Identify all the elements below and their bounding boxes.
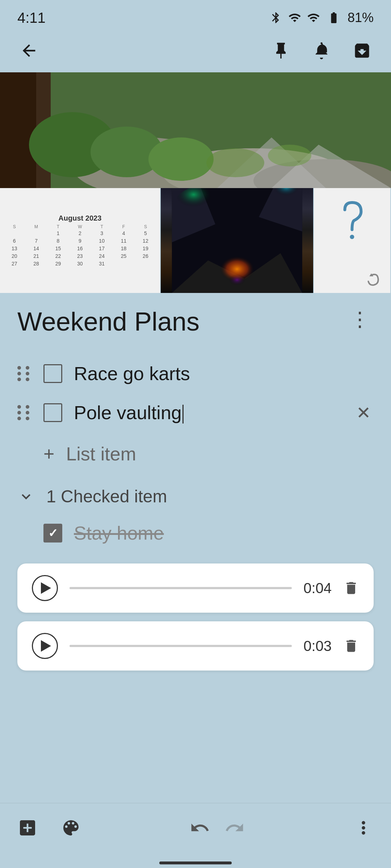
audio-duration-1: 0:04	[303, 580, 332, 596]
cave-svg	[161, 188, 314, 293]
palette-button[interactable]	[61, 818, 81, 839]
svg-point-11	[206, 148, 264, 177]
delete-item-button[interactable]: ✕	[353, 403, 374, 423]
battery-percent: 81%	[348, 10, 374, 25]
bottom-toolbar	[0, 803, 391, 868]
checked-section: 1 Checked item Stay home	[17, 479, 374, 553]
sketch-thumbnail[interactable]	[314, 188, 391, 293]
status-time: 4:11	[17, 10, 46, 26]
status-icons: 81%	[269, 10, 374, 25]
more-options-button[interactable]: ⋮	[346, 307, 374, 331]
calendar-grid: S M T W T F S 1 2 3 4 5 6 7 8 9 10 11 12…	[4, 224, 156, 267]
svg-point-7	[91, 127, 163, 177]
checkbox-checked-1[interactable]	[43, 524, 62, 542]
play-icon-1	[41, 582, 51, 594]
wifi-icon	[288, 11, 301, 24]
cal-day-s1: S	[4, 224, 25, 229]
item-text-1[interactable]: Race go karts	[74, 363, 374, 384]
back-button[interactable]	[17, 39, 41, 62]
cal-day-w: W	[69, 224, 91, 229]
audio-duration-2: 0:03	[303, 638, 332, 654]
play-button-1[interactable]	[32, 575, 58, 601]
redo-button[interactable]	[224, 818, 245, 839]
main-photo	[0, 72, 391, 188]
cal-day-f: F	[113, 224, 134, 229]
signal-icon	[307, 11, 320, 24]
chevron-down-icon	[17, 488, 35, 505]
drag-handle-2[interactable]	[17, 405, 32, 420]
audio-player-2: 0:03	[17, 621, 374, 671]
svg-point-12	[268, 145, 311, 166]
svg-point-6	[29, 112, 116, 177]
audio-players: 0:04 0:03	[0, 553, 391, 681]
note-title: Weekend Plans	[17, 307, 199, 336]
delete-audio-2[interactable]	[343, 638, 359, 654]
svg-rect-2	[36, 72, 51, 188]
svg-point-22	[350, 235, 354, 239]
svg-point-8	[148, 137, 214, 181]
calendar-thumbnail[interactable]: August 2023 S M T W T F S 1 2 3 4 5 6 7 …	[0, 188, 161, 293]
undo-button[interactable]	[190, 818, 210, 839]
svg-marker-9	[217, 137, 326, 188]
home-indicator	[159, 861, 232, 864]
checkbox-2[interactable]	[43, 403, 62, 422]
cal-day-s2: S	[135, 224, 156, 229]
add-content-button[interactable]	[17, 818, 38, 839]
list-item: Race go karts	[17, 354, 374, 393]
cal-day-t2: T	[91, 224, 112, 229]
battery-icon	[326, 11, 342, 24]
sketch-svg	[314, 188, 390, 293]
checklist: Race go karts Pole vaulting ✕ + List ite…	[17, 354, 374, 553]
checkbox-1[interactable]	[43, 364, 62, 383]
bottom-nav-center	[190, 818, 245, 839]
checked-items-list: Stay home	[17, 514, 374, 553]
item-text-checked-1[interactable]: Stay home	[74, 522, 374, 544]
add-plus-icon: +	[43, 443, 54, 465]
archive-button[interactable]	[350, 39, 374, 62]
bluetooth-icon	[269, 11, 282, 24]
drag-handle[interactable]	[17, 366, 32, 381]
audio-player-1: 0:04	[17, 563, 374, 613]
text-cursor	[182, 405, 184, 424]
note-title-row: Weekend Plans ⋮	[17, 307, 374, 336]
svg-point-4	[163, 148, 344, 188]
cal-day-m: M	[25, 224, 47, 229]
delete-audio-1[interactable]	[343, 580, 359, 596]
svg-point-20	[215, 257, 258, 286]
svg-marker-10	[272, 145, 391, 188]
add-item-row[interactable]: + List item	[17, 432, 374, 476]
audio-progress-2[interactable]	[70, 645, 292, 647]
audio-progress-1[interactable]	[70, 587, 292, 589]
add-item-label[interactable]: List item	[66, 443, 136, 465]
play-button-2[interactable]	[32, 633, 58, 659]
cal-day-t1: T	[47, 224, 69, 229]
bottom-toolbar-left	[17, 818, 81, 839]
status-bar: 4:11 81%	[0, 0, 391, 29]
play-icon-2	[41, 640, 51, 652]
checked-count-label: 1 Checked item	[46, 486, 167, 506]
checked-header[interactable]: 1 Checked item	[17, 479, 374, 514]
svg-rect-0	[0, 72, 391, 188]
thumbnail-row: August 2023 S M T W T F S 1 2 3 4 5 6 7 …	[0, 188, 391, 293]
list-item: Pole vaulting ✕	[17, 393, 374, 432]
note-content: Weekend Plans ⋮ Race go karts	[0, 293, 391, 553]
item-text-2[interactable]: Pole vaulting	[74, 402, 342, 424]
cave-thumbnail[interactable]	[161, 188, 314, 293]
more-options-bottom-button[interactable]	[353, 818, 374, 839]
pin-button[interactable]	[269, 39, 293, 62]
svg-point-3	[72, 137, 217, 188]
reminder-button[interactable]	[310, 39, 333, 62]
svg-point-5	[253, 159, 391, 188]
calendar-header: August 2023	[58, 214, 101, 222]
toolbar	[0, 29, 391, 72]
list-item: Stay home	[43, 514, 374, 553]
forest-svg	[0, 72, 391, 188]
